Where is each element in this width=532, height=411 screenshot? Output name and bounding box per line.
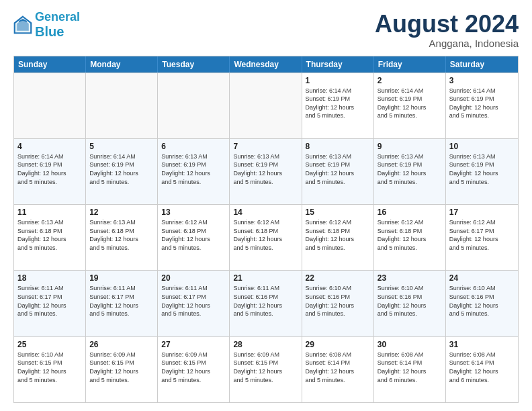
header-day-saturday: Saturday: [446, 56, 518, 73]
header-day-thursday: Thursday: [302, 56, 374, 73]
day-number: 11: [17, 208, 82, 217]
day-info: Sunrise: 6:11 AM Sunset: 6:17 PM Dayligh…: [161, 284, 226, 318]
day-cell-31: 31Sunrise: 6:08 AM Sunset: 6:14 PM Dayli…: [446, 337, 518, 402]
calendar: SundayMondayTuesdayWednesdayThursdayFrid…: [13, 56, 519, 403]
day-info: Sunrise: 6:11 AM Sunset: 6:17 PM Dayligh…: [17, 284, 82, 318]
day-number: 16: [378, 208, 442, 217]
header-day-friday: Friday: [374, 56, 446, 73]
day-info: Sunrise: 6:14 AM Sunset: 6:19 PM Dayligh…: [89, 152, 154, 186]
day-info: Sunrise: 6:14 AM Sunset: 6:19 PM Dayligh…: [306, 87, 370, 120]
day-info: Sunrise: 6:12 AM Sunset: 6:17 PM Dayligh…: [449, 218, 515, 252]
week-row-0: 1Sunrise: 6:14 AM Sunset: 6:19 PM Daylig…: [14, 73, 518, 138]
day-info: Sunrise: 6:12 AM Sunset: 6:18 PM Dayligh…: [233, 218, 298, 252]
day-number: 18: [17, 273, 82, 283]
day-info: Sunrise: 6:09 AM Sunset: 6:15 PM Dayligh…: [161, 351, 226, 384]
day-cell-24: 24Sunrise: 6:10 AM Sunset: 6:16 PM Dayli…: [446, 271, 518, 336]
day-cell-10: 10Sunrise: 6:13 AM Sunset: 6:19 PM Dayli…: [446, 139, 518, 204]
day-cell-17: 17Sunrise: 6:12 AM Sunset: 6:17 PM Dayli…: [446, 205, 518, 270]
header: General Blue August 2024 Anggana, Indone…: [13, 11, 519, 49]
day-cell-19: 19Sunrise: 6:11 AM Sunset: 6:17 PM Dayli…: [86, 271, 158, 336]
day-info: Sunrise: 6:14 AM Sunset: 6:19 PM Dayligh…: [17, 152, 82, 186]
header-day-wednesday: Wednesday: [230, 56, 302, 73]
page: General Blue August 2024 Anggana, Indone…: [0, 0, 532, 411]
header-day-monday: Monday: [86, 56, 158, 73]
day-cell-21: 21Sunrise: 6:11 AM Sunset: 6:16 PM Dayli…: [230, 271, 302, 336]
day-number: 22: [306, 273, 370, 283]
day-info: Sunrise: 6:08 AM Sunset: 6:14 PM Dayligh…: [449, 351, 515, 384]
day-cell-25: 25Sunrise: 6:10 AM Sunset: 6:15 PM Dayli…: [14, 337, 86, 402]
day-cell-15: 15Sunrise: 6:12 AM Sunset: 6:18 PM Dayli…: [302, 205, 374, 270]
empty-cell: [14, 73, 86, 138]
day-cell-26: 26Sunrise: 6:09 AM Sunset: 6:15 PM Dayli…: [86, 337, 158, 402]
day-info: Sunrise: 6:13 AM Sunset: 6:19 PM Dayligh…: [378, 152, 442, 186]
logo-blue: Blue: [35, 24, 64, 39]
day-cell-23: 23Sunrise: 6:10 AM Sunset: 6:16 PM Dayli…: [374, 271, 446, 336]
day-cell-28: 28Sunrise: 6:09 AM Sunset: 6:15 PM Dayli…: [230, 337, 302, 402]
empty-cell: [86, 73, 158, 138]
location: Anggana, Indonesia: [375, 38, 519, 49]
day-info: Sunrise: 6:13 AM Sunset: 6:19 PM Dayligh…: [233, 152, 298, 186]
day-number: 7: [233, 142, 298, 151]
day-cell-8: 8Sunrise: 6:13 AM Sunset: 6:19 PM Daylig…: [302, 139, 374, 204]
day-cell-13: 13Sunrise: 6:12 AM Sunset: 6:18 PM Dayli…: [158, 205, 230, 270]
day-cell-5: 5Sunrise: 6:14 AM Sunset: 6:19 PM Daylig…: [86, 139, 158, 204]
day-cell-1: 1Sunrise: 6:14 AM Sunset: 6:19 PM Daylig…: [302, 73, 374, 138]
header-day-sunday: Sunday: [14, 56, 86, 73]
day-number: 25: [17, 340, 82, 349]
day-number: 8: [306, 142, 370, 151]
day-cell-3: 3Sunrise: 6:14 AM Sunset: 6:19 PM Daylig…: [446, 73, 518, 138]
day-number: 5: [89, 142, 154, 151]
month-title: August 2024: [375, 11, 519, 38]
day-number: 13: [161, 208, 226, 217]
day-number: 2: [378, 76, 442, 85]
day-info: Sunrise: 6:12 AM Sunset: 6:18 PM Dayligh…: [378, 218, 442, 252]
day-info: Sunrise: 6:09 AM Sunset: 6:15 PM Dayligh…: [233, 351, 298, 384]
day-info: Sunrise: 6:13 AM Sunset: 6:18 PM Dayligh…: [17, 218, 82, 252]
day-info: Sunrise: 6:08 AM Sunset: 6:14 PM Dayligh…: [306, 351, 370, 384]
calendar-header: SundayMondayTuesdayWednesdayThursdayFrid…: [14, 56, 518, 73]
day-cell-18: 18Sunrise: 6:11 AM Sunset: 6:17 PM Dayli…: [14, 271, 86, 336]
day-cell-11: 11Sunrise: 6:13 AM Sunset: 6:18 PM Dayli…: [14, 205, 86, 270]
day-number: 6: [161, 142, 226, 151]
day-info: Sunrise: 6:11 AM Sunset: 6:16 PM Dayligh…: [233, 284, 298, 318]
week-row-1: 4Sunrise: 6:14 AM Sunset: 6:19 PM Daylig…: [14, 138, 518, 204]
week-row-2: 11Sunrise: 6:13 AM Sunset: 6:18 PM Dayli…: [14, 204, 518, 270]
day-info: Sunrise: 6:10 AM Sunset: 6:15 PM Dayligh…: [17, 351, 82, 384]
day-info: Sunrise: 6:13 AM Sunset: 6:18 PM Dayligh…: [89, 218, 154, 252]
day-cell-20: 20Sunrise: 6:11 AM Sunset: 6:17 PM Dayli…: [158, 271, 230, 336]
day-number: 10: [449, 142, 515, 151]
day-cell-22: 22Sunrise: 6:10 AM Sunset: 6:16 PM Dayli…: [302, 271, 374, 336]
week-row-4: 25Sunrise: 6:10 AM Sunset: 6:15 PM Dayli…: [14, 336, 518, 402]
day-number: 3: [449, 76, 515, 85]
title-block: August 2024 Anggana, Indonesia: [375, 11, 519, 49]
day-cell-29: 29Sunrise: 6:08 AM Sunset: 6:14 PM Dayli…: [302, 337, 374, 402]
day-cell-7: 7Sunrise: 6:13 AM Sunset: 6:19 PM Daylig…: [230, 139, 302, 204]
day-number: 30: [378, 340, 442, 349]
day-number: 4: [17, 142, 82, 151]
day-info: Sunrise: 6:13 AM Sunset: 6:19 PM Dayligh…: [161, 152, 226, 186]
day-cell-2: 2Sunrise: 6:14 AM Sunset: 6:19 PM Daylig…: [374, 73, 446, 138]
day-number: 9: [378, 142, 442, 151]
day-cell-9: 9Sunrise: 6:13 AM Sunset: 6:19 PM Daylig…: [374, 139, 446, 204]
day-number: 17: [449, 208, 515, 217]
week-row-3: 18Sunrise: 6:11 AM Sunset: 6:17 PM Dayli…: [14, 270, 518, 336]
day-number: 27: [161, 340, 226, 349]
header-day-tuesday: Tuesday: [158, 56, 230, 73]
day-info: Sunrise: 6:12 AM Sunset: 6:18 PM Dayligh…: [306, 218, 370, 252]
day-info: Sunrise: 6:08 AM Sunset: 6:14 PM Dayligh…: [378, 351, 442, 384]
empty-cell: [230, 73, 302, 138]
day-number: 31: [449, 340, 515, 349]
empty-cell: [158, 73, 230, 138]
day-info: Sunrise: 6:13 AM Sunset: 6:19 PM Dayligh…: [449, 152, 515, 186]
day-number: 20: [161, 273, 226, 283]
logo: General Blue: [13, 11, 80, 40]
day-number: 19: [89, 273, 154, 283]
day-info: Sunrise: 6:14 AM Sunset: 6:19 PM Dayligh…: [378, 87, 442, 120]
day-number: 26: [89, 340, 154, 349]
logo-text: General Blue: [35, 11, 80, 40]
day-number: 14: [233, 208, 298, 217]
day-number: 15: [306, 208, 370, 217]
day-info: Sunrise: 6:11 AM Sunset: 6:17 PM Dayligh…: [89, 284, 154, 318]
day-info: Sunrise: 6:14 AM Sunset: 6:19 PM Dayligh…: [449, 87, 515, 120]
day-info: Sunrise: 6:13 AM Sunset: 6:19 PM Dayligh…: [306, 152, 370, 186]
